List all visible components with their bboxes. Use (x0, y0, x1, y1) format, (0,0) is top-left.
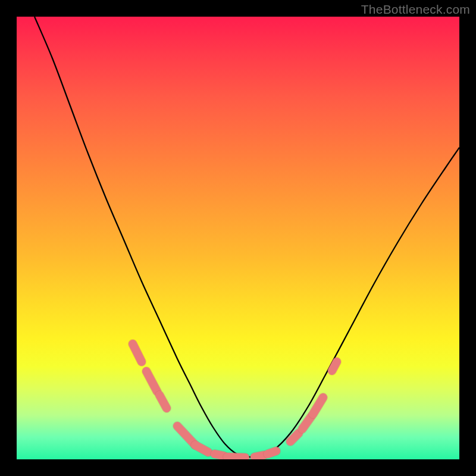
bottleneck-curve (35, 17, 459, 457)
curve-path (35, 17, 459, 457)
marker-segment (215, 454, 224, 456)
marker-segment (227, 457, 245, 458)
marker-segment (290, 433, 299, 441)
marker-segment (133, 344, 142, 362)
marker-segment (146, 371, 157, 392)
marker-segment (332, 362, 337, 371)
chart-frame: TheBottleneck.com (0, 0, 476, 476)
marker-segment (313, 397, 323, 414)
marker-group (133, 344, 337, 458)
marker-segment (268, 451, 276, 454)
watermark-text: TheBottleneck.com (361, 2, 470, 17)
curve-layer (17, 17, 459, 459)
marker-segment (255, 455, 264, 457)
marker-segment (302, 416, 311, 429)
plot-area (17, 17, 459, 459)
